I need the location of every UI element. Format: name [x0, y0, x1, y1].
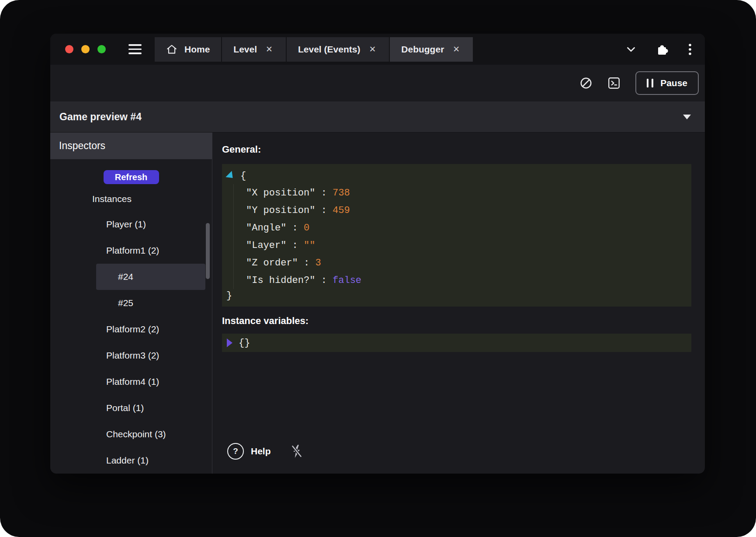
list-item-ladder[interactable]: Ladder (1) [96, 447, 205, 474]
general-label: General: [222, 143, 691, 156]
list-item-instance-25[interactable]: #25 [96, 290, 205, 316]
tab-label: Level [233, 44, 257, 55]
property-layer: "Layer" : "" [246, 237, 691, 254]
refresh-button[interactable]: Refresh [104, 170, 159, 184]
game-preview-header[interactable]: Game preview #4 [50, 101, 705, 133]
close-icon[interactable]: ✕ [367, 43, 378, 55]
instance-variables-value: {} [239, 338, 250, 349]
tab-home[interactable]: Home [155, 37, 221, 62]
pause-icon [647, 79, 653, 87]
game-preview-title: Game preview #4 [50, 111, 142, 123]
close-brace: } [222, 289, 691, 302]
minimize-window-button[interactable] [81, 45, 90, 53]
chevron-down-icon[interactable] [625, 44, 637, 55]
list-item-checkpoint[interactable]: Checkpoint (3) [96, 421, 205, 447]
list-item-platform2[interactable]: Platform2 (2) [96, 316, 205, 342]
tab-bar-actions [625, 43, 705, 56]
json-property-lines: "X position" : 738 "Y position" : 459 "A… [233, 184, 691, 289]
tab-label: Level (Events) [298, 44, 360, 55]
app-window: Home Level ✕ Level (Events) ✕ Debugger ✕ [50, 34, 705, 474]
close-icon[interactable]: ✕ [451, 43, 461, 55]
instance-variables-label: Instance variables: [222, 314, 691, 328]
collapse-triangle-icon[interactable] [225, 171, 236, 181]
close-icon[interactable]: ✕ [264, 43, 274, 55]
traffic-lights [50, 45, 106, 53]
pause-button[interactable]: Pause [635, 71, 699, 95]
property-y-position: "Y position" : 459 [246, 202, 691, 219]
list-item-platform3[interactable]: Platform3 (2) [96, 342, 205, 369]
property-is-hidden: "Is hidden?" : false [246, 272, 691, 289]
property-z-order: "Z order" : 3 [246, 254, 691, 272]
debugger-content: Inspectors Refresh Instances Player (1) … [50, 133, 705, 474]
list-item-instance-24[interactable]: #24 [96, 264, 205, 290]
sidebar-scrollbar[interactable] [206, 223, 210, 279]
pause-button-label: Pause [660, 78, 687, 88]
zoom-window-button[interactable] [97, 45, 106, 53]
tab-level-events[interactable]: Level (Events) ✕ [287, 37, 389, 62]
extensions-puzzle-icon[interactable] [656, 43, 669, 56]
tab-label: Debugger [401, 44, 444, 55]
slow-motion-icon[interactable] [579, 77, 593, 90]
home-icon [166, 44, 177, 55]
help-label: Help [251, 446, 271, 457]
tab-list: Home Level ✕ Level (Events) ✕ Debugger ✕ [155, 34, 473, 65]
dropdown-caret-icon[interactable] [683, 115, 691, 119]
tab-debugger[interactable]: Debugger ✕ [390, 37, 473, 62]
list-item-platform4[interactable]: Platform4 (1) [96, 369, 205, 395]
tab-level[interactable]: Level ✕ [222, 37, 286, 62]
list-item-portal[interactable]: Portal (1) [96, 395, 205, 421]
inspectors-sidebar: Inspectors Refresh Instances Player (1) … [50, 133, 212, 474]
property-angle: "Angle" : 0 [246, 219, 691, 237]
inspector-detail-panel: General: { "X position" : 738 "Y positio… [212, 133, 705, 474]
instances-list: Player (1) Platform1 (2) #24 #25 Platfor… [96, 211, 205, 474]
debugger-toolbar: Pause [50, 65, 705, 101]
general-properties-json: { "X position" : 738 "Y position" : 459 … [222, 164, 691, 307]
tab-label: Home [184, 44, 210, 55]
open-brace: { [240, 171, 246, 181]
instance-variables-json: {} [222, 334, 691, 352]
list-item-platform1[interactable]: Platform1 (2) [96, 237, 205, 264]
inspectors-header: Inspectors [50, 133, 212, 159]
hamburger-menu-icon[interactable] [128, 44, 142, 54]
tab-bar: Home Level ✕ Level (Events) ✕ Debugger ✕ [50, 34, 705, 65]
help-row: ? Help [222, 443, 691, 467]
close-window-button[interactable] [65, 45, 73, 53]
console-icon[interactable] [607, 77, 621, 90]
flash-off-icon[interactable] [290, 444, 303, 459]
list-item-player[interactable]: Player (1) [96, 211, 205, 237]
help-icon[interactable]: ? [227, 443, 244, 460]
instances-label: Instances [92, 194, 212, 204]
kebab-menu-icon[interactable] [688, 43, 692, 56]
expand-triangle-icon[interactable] [227, 338, 232, 347]
screenshot-canvas: Home Level ✕ Level (Events) ✕ Debugger ✕ [0, 0, 756, 537]
property-x-position: "X position" : 738 [246, 184, 691, 202]
